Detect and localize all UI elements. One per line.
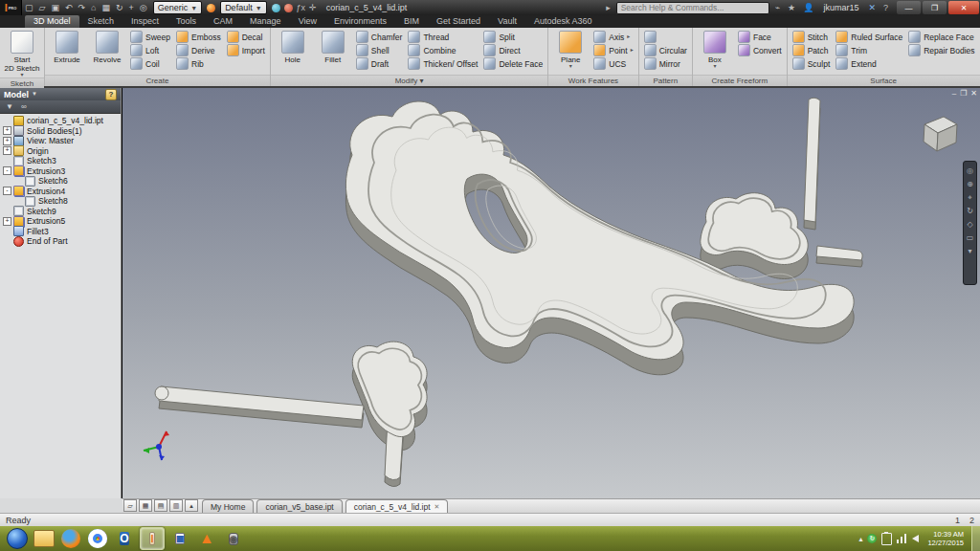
zoom-icon[interactable]: ⌖ [968, 194, 972, 202]
expander-icon[interactable]: + [3, 126, 11, 135]
sweep-button[interactable]: Sweep [128, 31, 172, 43]
tile-vertical-icon[interactable]: ▥ [169, 499, 183, 512]
new-file-icon[interactable]: ▢ [25, 0, 33, 15]
doc-restore-icon[interactable]: ❐ [960, 89, 967, 98]
thread-button[interactable]: Thread [406, 31, 479, 43]
tree-item-corian-c-5-v4-lid-ipt[interactable]: corian_c_5_v4_lid.ipt [0, 116, 121, 126]
draft-button[interactable]: Draft [354, 57, 405, 70]
volume-icon[interactable] [912, 535, 919, 542]
update-tray-icon[interactable]: ↻ [867, 534, 877, 543]
expander-icon[interactable]: - [3, 187, 11, 195]
browser-header[interactable]: Model ▼ ? [0, 88, 121, 100]
open-folder-icon[interactable]: ▱ [39, 0, 46, 15]
point-button[interactable]: Point▸ [591, 44, 635, 56]
sign-in-arrow-icon[interactable]: ⌁ [775, 3, 780, 12]
tree-item-extrusion3[interactable]: -Extrusion3 [0, 166, 121, 177]
expander-icon[interactable]: + [3, 146, 11, 155]
fillet-button[interactable]: Fillet [314, 30, 352, 64]
page-number-1[interactable]: 1 [955, 516, 960, 525]
close-button[interactable]: ✕ [948, 1, 979, 14]
extend-button[interactable]: Extend [834, 57, 904, 70]
graphics-viewport[interactable]: –❐✕ ◎⊕⌖↻◇▭▾ [122, 88, 980, 498]
application-menu-button[interactable]: IPRO [0, 0, 22, 15]
combine-button[interactable]: Combine [406, 44, 479, 56]
circular-button[interactable]: Circular [642, 44, 689, 56]
ribbon-tab-tools[interactable]: Tools [167, 15, 205, 28]
tree-item-extrusion5[interactable]: +Extrusion5 [0, 216, 121, 227]
appearance-ball-icon[interactable] [207, 4, 215, 12]
import-button[interactable]: Import [225, 44, 267, 56]
tree-item-sketch6[interactable]: Sketch6 [0, 176, 121, 187]
direct-button[interactable]: Direct [481, 44, 545, 56]
app-notes-grid[interactable]: ▦ [168, 528, 191, 549]
search-arrow-icon[interactable]: ▸ [606, 3, 611, 12]
ribbon-tab-environments[interactable]: Environments [325, 15, 395, 28]
tile-windows-icon[interactable]: ▦ [139, 499, 152, 512]
expander-icon[interactable]: - [3, 166, 11, 175]
ribbon-tab-bim[interactable]: BIM [395, 15, 428, 28]
stitch-button[interactable]: Stitch [791, 31, 833, 43]
ribbon-tab-autodesk-a360[interactable]: Autodesk A360 [525, 15, 601, 28]
split-button[interactable]: Split [481, 31, 545, 43]
maximize-button[interactable]: ❐ [923, 1, 947, 14]
tree-item-fillet3[interactable]: Fillet3 [0, 227, 121, 237]
app-vlc[interactable]: ▲ [195, 528, 218, 549]
ribbon-tab-manage[interactable]: Manage [241, 15, 290, 28]
search-input[interactable] [616, 2, 769, 14]
orbit-icon[interactable]: ↻ [967, 208, 973, 215]
extrude-button[interactable]: Extrude [48, 30, 86, 64]
exchange-apps-icon[interactable]: ✕ [868, 3, 876, 12]
walk-icon[interactable]: ▭ [967, 234, 974, 242]
delete-face-button[interactable]: Delete Face [481, 57, 545, 70]
favorites-star-icon[interactable]: ★ [788, 3, 795, 12]
viewcube[interactable] [911, 105, 965, 159]
appearance-dropdown[interactable]: Default▼ [220, 1, 266, 14]
find-icon[interactable]: ∞ [21, 102, 27, 111]
expander-icon[interactable]: + [3, 217, 11, 226]
thicken-offset-button[interactable]: Thicken/ Offset [406, 57, 479, 70]
replace-face-button[interactable]: Replace Face [906, 31, 976, 43]
select-icon[interactable]: + [129, 0, 134, 15]
panel-name-modify[interactable]: Modify ▾ [271, 75, 547, 86]
screenshot-icon[interactable]: ▦ [101, 0, 110, 15]
show-desktop-button[interactable] [971, 526, 980, 551]
tree-item-end-of-part[interactable]: End of Part [0, 236, 121, 247]
navbar-menu-icon[interactable]: ▾ [968, 248, 971, 255]
save-icon[interactable]: ▣ [51, 0, 59, 15]
help-icon[interactable]: ? [883, 3, 888, 12]
tree-item-origin[interactable]: +Origin [0, 146, 121, 157]
axis-button[interactable]: Axis▸ [591, 31, 635, 43]
rectangular-pattern-button[interactable] [642, 31, 689, 43]
loft-button[interactable]: Loft [128, 44, 172, 56]
network-icon[interactable] [897, 534, 907, 543]
tree-item-view-master[interactable]: +View: Master [0, 136, 121, 146]
ruled-surface-button[interactable]: Ruled Surface [834, 31, 904, 43]
expander-icon[interactable]: + [3, 137, 11, 145]
ucs-button[interactable]: UCS [591, 57, 635, 70]
sculpt-button[interactable]: Sculpt [791, 57, 833, 70]
mirror-button[interactable]: Mirror [642, 57, 689, 70]
show-hidden-icons[interactable]: ▴ [858, 535, 862, 543]
taskbar-clock[interactable]: 10:39 AM 12/27/2015 [927, 530, 964, 547]
username[interactable]: jkumar15 [823, 3, 858, 12]
filter-icon[interactable]: ▼ [6, 102, 13, 111]
rib-button[interactable]: Rib [174, 57, 223, 70]
face-button[interactable]: Face [736, 31, 784, 43]
app-explorer[interactable] [33, 528, 56, 549]
patch-button[interactable]: Patch [791, 44, 833, 56]
tree-item-sketch3[interactable]: Sketch3 [0, 156, 121, 166]
pan-icon[interactable]: ⊕ [967, 181, 973, 188]
home-icon[interactable]: ⌂ [91, 0, 96, 15]
app-firefox[interactable] [59, 528, 82, 549]
ribbon-tab-inspect[interactable]: Inspect [122, 15, 167, 28]
redo-icon[interactable]: ↷ [78, 0, 86, 15]
tile-horizontal-icon[interactable]: ▤ [154, 499, 167, 512]
trim-button[interactable]: Trim [834, 44, 904, 56]
repair-bodies-button[interactable]: Repair Bodies [906, 44, 976, 56]
app-gimp[interactable]: ◉ [222, 528, 245, 549]
decal-button[interactable]: Decal [225, 31, 267, 43]
battery-icon[interactable] [881, 533, 892, 545]
ribbon-tab-get-started[interactable]: Get Started [428, 15, 489, 28]
navigation-wheel-icon[interactable]: ◎ [967, 167, 973, 175]
app-outlook[interactable]: O [113, 528, 136, 549]
